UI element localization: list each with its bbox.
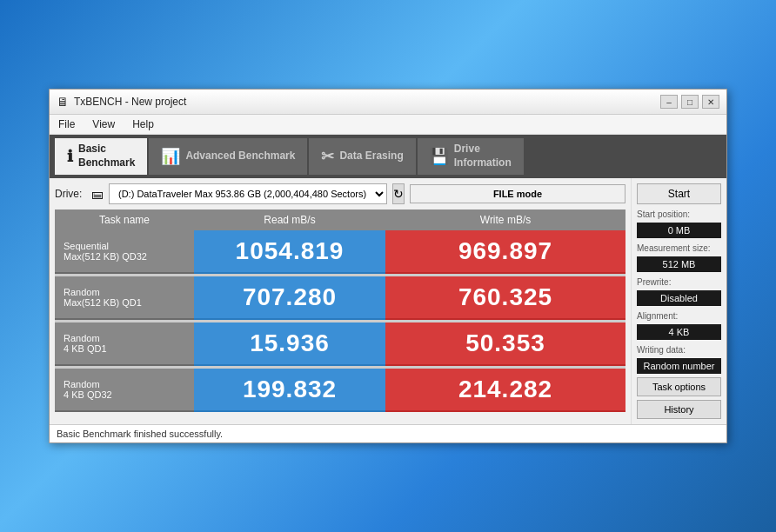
prewrite-value: Disabled	[637, 290, 721, 306]
history-button[interactable]: History	[637, 400, 721, 419]
title-bar-left: 🖥 TxBENCH - New project	[57, 95, 186, 109]
drive-select[interactable]: (D:) DataTraveler Max 953.86 GB (2,000,4…	[109, 183, 387, 204]
close-button[interactable]: ✕	[702, 95, 719, 109]
app-icon: 🖥	[57, 95, 69, 109]
minimize-button[interactable]: –	[660, 95, 678, 109]
tab-data-erasing[interactable]: ✂ Data Erasing	[309, 138, 415, 174]
drive-row: Drive: 🖴 (D:) DataTraveler Max 953.86 GB…	[55, 183, 625, 204]
read-value: 1054.819	[194, 230, 385, 274]
refresh-button[interactable]: ↻	[392, 183, 405, 204]
menu-bar: File View Help	[50, 115, 726, 135]
start-position-value: 0 MB	[637, 223, 721, 238]
basic-benchmark-icon: ℹ	[67, 147, 73, 166]
title-bar-controls: – □ ✕	[660, 95, 719, 109]
task-options-button[interactable]: Task options	[637, 377, 721, 396]
write-value: 760.325	[385, 276, 625, 320]
right-panel: Start Start position: 0 MB Measurement s…	[631, 178, 726, 424]
task-cell: Random 4 KB QD1	[55, 323, 194, 366]
status-message: Basic Benchmark finished successfully.	[57, 429, 223, 439]
task-cell: Random 4 KB QD32	[55, 369, 194, 412]
writing-data-value: Random number	[637, 358, 721, 374]
measurement-size-label: Measurement size:	[637, 243, 721, 253]
drive-icon: 🖴	[91, 187, 104, 201]
start-button[interactable]: Start	[637, 183, 721, 204]
task-cell: Sequential Max(512 KB) QD32	[55, 230, 194, 274]
measurement-size-value: 512 MB	[637, 256, 721, 272]
toolbar: ℹ BasicBenchmark 📊 Advanced Benchmark ✂ …	[50, 135, 726, 177]
write-value: 214.282	[385, 369, 625, 412]
title-bar: 🖥 TxBENCH - New project – □ ✕	[50, 90, 726, 115]
data-erasing-icon: ✂	[321, 147, 334, 166]
read-value: 199.832	[194, 369, 385, 412]
main-panel: Drive: 🖴 (D:) DataTraveler Max 953.86 GB…	[50, 178, 631, 424]
col-write: Write mB/s	[385, 209, 625, 230]
drive-info-icon: 💾	[430, 147, 449, 166]
prewrite-label: Prewrite:	[637, 277, 721, 287]
read-value: 15.936	[194, 323, 385, 366]
alignment-value: 4 KB	[637, 324, 721, 340]
read-value: 707.280	[194, 276, 385, 320]
drive-label: Drive:	[55, 188, 86, 200]
tab-advanced-label: Advanced Benchmark	[185, 150, 295, 163]
maximize-button[interactable]: □	[681, 95, 699, 109]
tab-erasing-label: Data Erasing	[339, 150, 403, 163]
advanced-benchmark-icon: 📊	[161, 147, 180, 166]
content-area: Drive: 🖴 (D:) DataTraveler Max 953.86 GB…	[50, 178, 726, 424]
benchmark-table: Task name Read mB/s Write mB/s Sequentia…	[55, 209, 625, 412]
tab-advanced-benchmark[interactable]: 📊 Advanced Benchmark	[149, 138, 307, 174]
col-read: Read mB/s	[194, 209, 385, 230]
tab-drive-label: DriveInformation	[454, 143, 512, 170]
status-bar: Basic Benchmark finished successfully.	[50, 424, 726, 442]
main-window: 🖥 TxBENCH - New project – □ ✕ File View …	[49, 89, 727, 442]
writing-data-label: Writing data:	[637, 345, 721, 355]
write-value: 50.353	[385, 323, 625, 366]
window-title: TxBENCH - New project	[74, 96, 186, 108]
table-row: Sequential Max(512 KB) QD321054.819969.8…	[55, 230, 625, 274]
tab-basic-label: BasicBenchmark	[78, 143, 135, 170]
table-row: Random 4 KB QD115.93650.353	[55, 323, 625, 366]
file-mode-button[interactable]: FILE mode	[410, 184, 625, 203]
write-value: 969.897	[385, 230, 625, 274]
table-row: Random 4 KB QD32199.832214.282	[55, 369, 625, 412]
task-cell: Random Max(512 KB) QD1	[55, 276, 194, 320]
tab-basic-benchmark[interactable]: ℹ BasicBenchmark	[55, 138, 147, 174]
table-row: Random Max(512 KB) QD1707.280760.325	[55, 276, 625, 320]
menu-help[interactable]: Help	[129, 116, 157, 132]
col-task-name: Task name	[55, 209, 194, 230]
alignment-label: Alignment:	[637, 311, 721, 321]
start-position-label: Start position:	[637, 209, 721, 219]
menu-view[interactable]: View	[89, 116, 118, 132]
tab-drive-information[interactable]: 💾 DriveInformation	[418, 138, 524, 174]
menu-file[interactable]: File	[55, 116, 78, 132]
